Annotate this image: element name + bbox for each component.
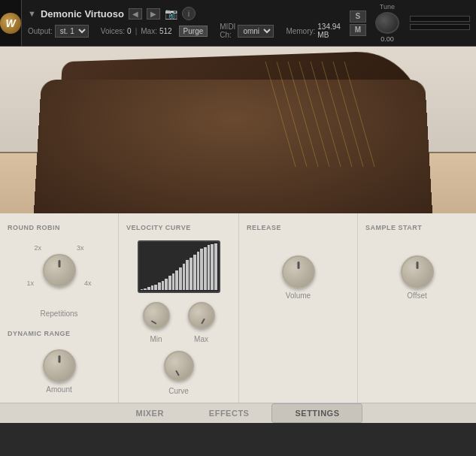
- vel-bar-11: [179, 267, 182, 290]
- svg-line-2: [288, 62, 318, 167]
- vel-bar-7: [165, 279, 168, 291]
- max-knob-group: Max: [188, 302, 215, 343]
- svg-line-0: [265, 62, 296, 167]
- purge-button[interactable]: Purge: [179, 26, 208, 37]
- svg-line-5: [322, 62, 352, 167]
- s-button[interactable]: S: [350, 11, 366, 23]
- velocity-curve-section: VELOCITY CURVE Min Max Curve: [119, 213, 239, 403]
- vel-bar-14: [189, 258, 193, 290]
- bottom-tabs: MIXER EFFECTS SETTINGS: [0, 403, 476, 423]
- top-bar: W ▼ Demonic Virtuoso ◀ ▶ 📷 i Output: st.…: [0, 0, 476, 47]
- vel-bar-20: [211, 244, 214, 290]
- piano-strings-svg: [250, 62, 401, 167]
- level-bar-right: [410, 24, 470, 30]
- next-instrument-button[interactable]: ▶: [147, 8, 160, 20]
- vel-bar-5: [158, 282, 161, 290]
- tab-effects[interactable]: EFFECTS: [186, 404, 272, 422]
- prev-instrument-button[interactable]: ◀: [129, 8, 142, 20]
- svg-line-6: [333, 62, 363, 167]
- velocity-knobs-row: Min Max: [143, 302, 215, 343]
- vel-bar-13: [186, 260, 189, 290]
- vel-bar-8: [168, 276, 171, 290]
- release-section: RELEASE Volume: [239, 213, 358, 403]
- memory-value: 134.94 MB: [317, 23, 341, 39]
- min-knob-group: Min: [143, 302, 170, 343]
- svg-line-4: [311, 62, 341, 167]
- max-value: 512: [159, 27, 172, 35]
- velocity-bars: [139, 242, 219, 291]
- velocity-min-label: Min: [150, 335, 162, 343]
- release-knob-label: Volume: [286, 291, 311, 300]
- instrument-area: ▼ Demonic Virtuoso ◀ ▶ 📷 i Output: st. 1…: [22, 0, 347, 46]
- curve-knob-group: Curve: [164, 351, 194, 395]
- midi-select[interactable]: omni: [238, 25, 274, 38]
- camera-icon[interactable]: 📷: [165, 8, 177, 20]
- velocity-max-knob[interactable]: [188, 302, 215, 329]
- vel-bar-12: [183, 264, 186, 290]
- rr-knob-label: Repetitions: [40, 310, 77, 318]
- dropdown-arrow[interactable]: ▼: [28, 9, 36, 18]
- rr-label-3x: 3x: [77, 244, 84, 252]
- rr-grid: 2x 3x 1x 4x: [26, 240, 93, 300]
- rr-label-1x: 1x: [27, 279, 35, 287]
- level-bars: [405, 0, 474, 46]
- instrument-name: Demonic Virtuoso: [41, 8, 124, 20]
- logo: W: [0, 13, 21, 34]
- release-title: RELEASE: [247, 224, 281, 231]
- vel-bar-18: [204, 247, 207, 290]
- velocity-curve-title: VELOCITY CURVE: [126, 224, 191, 231]
- vel-bar-19: [208, 245, 211, 290]
- vel-bar-1: [144, 288, 147, 290]
- piano-image: [0, 47, 476, 213]
- dynamic-range-knob-label: Amount: [46, 385, 71, 394]
- tune-value: 0.00: [380, 35, 394, 43]
- voices-value: 0: [127, 27, 132, 35]
- tune-area: Tune 0.00: [369, 0, 405, 46]
- vel-bar-9: [172, 273, 175, 290]
- round-robin-knob[interactable]: [43, 254, 76, 287]
- logo-area: W: [0, 0, 22, 46]
- max-label: Max:: [141, 27, 157, 35]
- tab-mixer[interactable]: MIXER: [114, 404, 186, 422]
- memory-label: Memory:: [286, 27, 315, 35]
- round-robin-title: ROUND ROBIN: [8, 224, 60, 231]
- sample-start-knob[interactable]: [401, 255, 434, 288]
- vel-bar-4: [154, 285, 157, 290]
- rr-label-4x: 4x: [84, 279, 92, 287]
- release-knob[interactable]: [282, 255, 315, 288]
- vel-bar-17: [200, 249, 203, 290]
- vel-bar-16: [197, 252, 200, 290]
- dynamic-range-title: DYNAMIC RANGE: [8, 330, 71, 337]
- svg-line-7: [344, 62, 374, 167]
- m-button[interactable]: M: [350, 24, 366, 36]
- sample-start-knob-label: Offset: [407, 291, 427, 300]
- curve-knob[interactable]: [164, 351, 194, 381]
- sample-start-section: SAMPLE START Offset: [358, 213, 476, 403]
- curve-row: Curve: [164, 351, 194, 395]
- curve-label: Curve: [168, 387, 189, 395]
- settings-content: ROUND ROBIN 2x 3x 1x 4x Repetitions DYNA…: [0, 213, 476, 403]
- tab-settings[interactable]: SETTINGS: [271, 403, 362, 423]
- vel-bar-3: [151, 285, 154, 290]
- output-label: Output:: [28, 27, 53, 35]
- vel-bar-2: [147, 287, 150, 290]
- round-robin-section: ROUND ROBIN 2x 3x 1x 4x Repetitions DYNA…: [0, 213, 119, 403]
- rr-label-2x: 2x: [35, 244, 42, 252]
- vel-bar-15: [193, 255, 196, 290]
- vel-bar-10: [175, 270, 178, 290]
- info-button[interactable]: i: [182, 7, 196, 20]
- vel-bar-21: [214, 243, 217, 290]
- velocity-max-label: Max: [194, 335, 208, 343]
- velocity-min-knob[interactable]: [143, 302, 170, 329]
- vel-bar-0: [141, 289, 144, 290]
- output-select[interactable]: st. 1: [55, 25, 89, 38]
- tune-label: Tune: [380, 3, 395, 11]
- tune-knob[interactable]: [375, 12, 399, 34]
- dynamic-range-knob[interactable]: [43, 349, 76, 382]
- level-bar-left: [410, 16, 470, 22]
- svg-line-1: [277, 62, 307, 167]
- s-m-buttons: S M: [347, 0, 369, 46]
- sample-start-title: SAMPLE START: [365, 224, 422, 231]
- svg-line-3: [299, 62, 329, 167]
- velocity-display: [138, 240, 220, 293]
